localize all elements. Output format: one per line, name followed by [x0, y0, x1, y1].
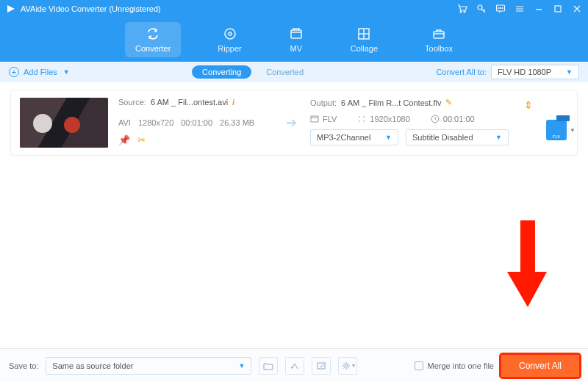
- task-button[interactable]: [312, 357, 331, 375]
- nav-converter[interactable]: Converter: [125, 22, 181, 57]
- convert-all-button[interactable]: Convert All: [501, 355, 579, 377]
- svg-point-4: [498, 8, 499, 9]
- feedback-icon[interactable]: [495, 4, 506, 14]
- footer: Save to: Same as source folder ▼ ▾ Merge…: [0, 348, 588, 382]
- svg-point-0: [460, 11, 462, 12]
- subtitle-dropdown[interactable]: Subtitle Disabled ▼: [406, 129, 509, 145]
- close-icon[interactable]: [572, 4, 582, 14]
- nav-ripper-label: Ripper: [218, 44, 241, 53]
- output-resolution: 1920x1080: [370, 115, 409, 123]
- app-title: AVAide Video Converter (Unregistered): [21, 4, 161, 13]
- format-badge-text: FLV: [553, 134, 561, 139]
- chevron-down-icon: ▼: [495, 134, 502, 141]
- source-filename: 6 AM _ Fil...ontest.avi: [151, 98, 228, 107]
- nav-collage-label: Collage: [351, 44, 378, 53]
- settings-button[interactable]: ▾: [338, 357, 357, 375]
- nav-converter-label: Converter: [135, 44, 171, 53]
- video-thumbnail[interactable]: [20, 98, 108, 148]
- cart-icon[interactable]: [457, 4, 467, 14]
- output-format-badge[interactable]: FLV ▼: [546, 120, 567, 140]
- file-card: Source: 6 AM _ Fil...ontest.avi i AVI 12…: [10, 90, 578, 156]
- merge-checkbox[interactable]: Merge into one file: [415, 361, 494, 370]
- svg-point-8: [225, 29, 235, 39]
- convert-all-label: Convert All: [519, 361, 562, 371]
- convert-all-to-label: Convert All to:: [436, 68, 486, 76]
- svg-point-5: [501, 8, 501, 9]
- audio-value: MP3-2Channel: [317, 133, 370, 142]
- minimize-icon[interactable]: [534, 4, 544, 14]
- compress-icon[interactable]: ⇕: [524, 99, 533, 111]
- nav-toolbox[interactable]: Toolbox: [415, 22, 463, 57]
- open-folder-button[interactable]: [259, 357, 278, 375]
- output-duration: 00:01:00: [443, 115, 475, 123]
- source-resolution: 1280x720: [138, 118, 173, 127]
- output-filename: 6 AM _ Film R...t Contest.flv: [341, 98, 441, 107]
- edit-icon[interactable]: ✎: [445, 98, 452, 107]
- nav-toolbox-label: Toolbox: [425, 44, 453, 53]
- svg-rect-15: [318, 363, 325, 369]
- merge-label: Merge into one file: [427, 361, 494, 370]
- pin-icon[interactable]: 📌: [118, 134, 130, 145]
- chevron-down-icon: ▼: [566, 68, 573, 76]
- svg-rect-13: [311, 116, 318, 122]
- chevron-down-icon: ▼: [570, 127, 576, 134]
- info-icon[interactable]: i: [232, 98, 234, 107]
- checkbox-icon: [415, 361, 423, 370]
- nav-mv[interactable]: MV: [279, 22, 314, 57]
- nav-mv-label: MV: [290, 44, 302, 53]
- svg-point-9: [229, 32, 232, 35]
- nav-collage[interactable]: Collage: [340, 22, 388, 57]
- chevron-down-icon: ▼: [63, 68, 70, 76]
- speed-button[interactable]: [285, 357, 304, 375]
- maximize-icon[interactable]: [553, 4, 563, 14]
- plus-icon: +: [9, 67, 19, 77]
- save-to-dropdown[interactable]: Same as source folder ▼: [46, 357, 251, 375]
- arrow-right-icon: ➔: [286, 115, 297, 131]
- subbar: + Add Files ▼ Converting Converted Conve…: [0, 62, 588, 82]
- svg-rect-7: [555, 6, 561, 12]
- tab-converted[interactable]: Converted: [256, 65, 314, 79]
- nav-ripper[interactable]: Ripper: [207, 22, 251, 57]
- convert-all-format-value: FLV HD 1080P: [498, 68, 551, 76]
- audio-dropdown[interactable]: MP3-2Channel ▼: [310, 129, 398, 145]
- svg-rect-12: [434, 32, 444, 38]
- add-files-label: Add Files: [24, 68, 57, 76]
- subtitle-value: Subtitle Disabled: [412, 133, 473, 142]
- source-duration: 00:01:00: [181, 118, 212, 127]
- save-to-label: Save to:: [9, 361, 38, 370]
- tab-converting[interactable]: Converting: [192, 65, 251, 79]
- chevron-down-icon: ▼: [385, 134, 392, 141]
- output-label: Output:: [310, 98, 337, 107]
- main-nav: Converter Ripper MV Collage Toolbox: [0, 18, 588, 62]
- save-to-value: Same as source folder: [52, 361, 133, 370]
- source-codec: AVI: [118, 118, 131, 127]
- source-label: Source:: [118, 98, 146, 107]
- add-files-button[interactable]: + Add Files ▼: [9, 67, 70, 77]
- output-format: FLV: [323, 115, 337, 123]
- convert-all-format-dropdown[interactable]: FLV HD 1080P ▼: [491, 65, 579, 79]
- svg-point-16: [345, 364, 348, 367]
- menu-icon[interactable]: [514, 4, 525, 14]
- svg-point-1: [464, 11, 465, 12]
- scissors-icon[interactable]: ✂: [137, 134, 146, 145]
- source-size: 26.33 MB: [220, 118, 254, 127]
- titlebar: AVAide Video Converter (Unregistered): [0, 0, 588, 18]
- svg-rect-10: [291, 30, 301, 38]
- app-logo-icon: [6, 4, 16, 14]
- chevron-down-icon: ▼: [238, 362, 245, 370]
- svg-point-6: [502, 8, 503, 9]
- key-icon[interactable]: [476, 4, 487, 14]
- file-list: Source: 6 AM _ Fil...ontest.avi i AVI 12…: [0, 82, 588, 310]
